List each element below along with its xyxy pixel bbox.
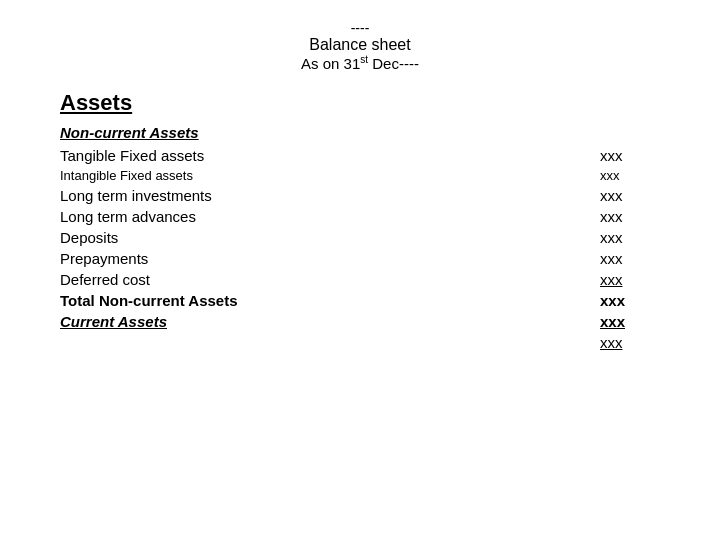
- line-item-value-6: xxx: [600, 271, 660, 288]
- line-item-2: Long term investmentsxxx: [60, 187, 660, 204]
- non-current-items: Tangible Fixed assetsxxxIntangible Fixed…: [60, 147, 660, 288]
- line-item-1: Intangible Fixed assetsxxx: [60, 168, 660, 183]
- line-item-6: Deferred costxxx: [60, 271, 660, 288]
- line-item-value-3: xxx: [600, 208, 660, 225]
- current-assets-section: Current Assets xxx: [60, 313, 660, 330]
- total-non-current: Total Non-current Assets xxx: [60, 292, 660, 309]
- header-title: Balance sheet: [60, 36, 660, 54]
- non-current-assets-title: Non-current Assets: [60, 124, 660, 141]
- line-item-value-1: xxx: [600, 168, 660, 183]
- total-non-current-value: xxx: [600, 292, 660, 309]
- total-non-current-label: Total Non-current Assets: [60, 292, 600, 309]
- line-item-label-2: Long term investments: [60, 187, 600, 204]
- line-item-label-4: Deposits: [60, 229, 600, 246]
- current-assets-label: Current Assets: [60, 313, 600, 330]
- line-item-5: Prepaymentsxxx: [60, 250, 660, 267]
- current-assets-value: xxx: [600, 313, 660, 330]
- line-item-label-3: Long term advances: [60, 208, 600, 225]
- line-item-label-5: Prepayments: [60, 250, 600, 267]
- last-value-row: xxx: [60, 334, 660, 351]
- page: ---- Balance sheet As on 31st Dec---- As…: [0, 0, 720, 540]
- subtitle-prefix: As on 31: [301, 55, 360, 72]
- line-item-label-6: Deferred cost: [60, 271, 600, 288]
- header-dashes: ----: [60, 20, 660, 36]
- last-value: xxx: [600, 334, 660, 351]
- header-subtitle: As on 31st Dec----: [60, 54, 660, 72]
- line-item-label-0: Tangible Fixed assets: [60, 147, 600, 164]
- line-item-value-0: xxx: [600, 147, 660, 164]
- line-item-value-5: xxx: [600, 250, 660, 267]
- subtitle-sup: st: [360, 54, 368, 65]
- line-item-3: Long term advancesxxx: [60, 208, 660, 225]
- assets-title: Assets: [60, 90, 660, 116]
- subtitle-suffix: Dec----: [368, 55, 419, 72]
- line-item-4: Depositsxxx: [60, 229, 660, 246]
- line-item-label-1: Intangible Fixed assets: [60, 168, 600, 183]
- line-item-0: Tangible Fixed assetsxxx: [60, 147, 660, 164]
- line-item-value-2: xxx: [600, 187, 660, 204]
- header: ---- Balance sheet As on 31st Dec----: [60, 20, 660, 72]
- line-item-value-4: xxx: [600, 229, 660, 246]
